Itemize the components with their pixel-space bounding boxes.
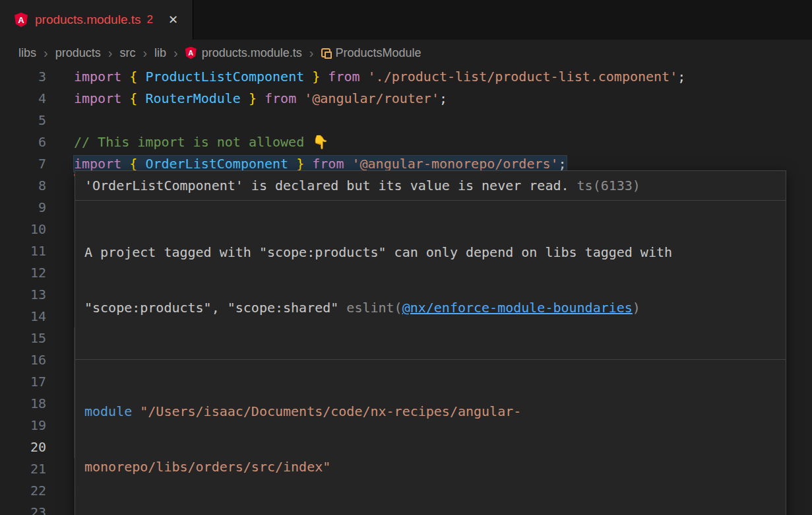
angular-icon: A <box>15 13 28 27</box>
line-number[interactable]: 9 <box>0 197 74 219</box>
code-token: '@angular-monorepo/orders' <box>352 156 559 172</box>
breadcrumb: libs›products›src›lib›Aproducts.module.t… <box>0 40 812 66</box>
line-number[interactable]: 23 <box>0 502 74 515</box>
code-token: } <box>296 156 304 172</box>
code-token: { <box>129 156 137 172</box>
breadcrumb-item-products[interactable]: products <box>55 46 101 60</box>
breadcrumb-label: lib <box>154 46 166 60</box>
diagnostic-eslint-message-line1: A project tagged with "scope:products" c… <box>84 243 776 261</box>
line-number[interactable]: 4 <box>0 88 74 110</box>
code-line-6[interactable]: 6// This import is not allowed 👇 <box>0 131 812 153</box>
code-token: { <box>129 69 137 85</box>
breadcrumb-item-lib[interactable]: lib <box>154 46 166 60</box>
code-token <box>121 69 129 85</box>
line-number[interactable]: 8 <box>0 175 74 197</box>
code-line-4[interactable]: 4import { RouterModule } from '@angular/… <box>0 88 812 110</box>
code-token: import <box>74 69 121 85</box>
eslint-rule-link[interactable]: @nx/enforce-module-boundaries <box>402 300 633 316</box>
code-token: ; <box>677 69 685 85</box>
line-number[interactable]: 15 <box>0 327 74 349</box>
code-token: { <box>129 90 137 106</box>
code-token: } <box>312 69 320 85</box>
line-content: import { ProductListComponent } from './… <box>74 66 812 88</box>
code-token <box>304 69 312 85</box>
code-token <box>296 90 304 106</box>
code-token: ; <box>559 156 567 172</box>
breadcrumb-separator-icon: › <box>142 46 147 59</box>
code-token: OrderListComponent <box>145 156 288 172</box>
code-token <box>137 69 145 85</box>
code-line-3[interactable]: 3import { ProductListComponent } from '.… <box>0 66 812 88</box>
angular-icon-letter: A <box>18 16 24 24</box>
hover-popup: 'OrderListComponent' is declared but its… <box>75 170 786 515</box>
code-token <box>241 90 249 106</box>
code-token <box>304 156 312 172</box>
line-number[interactable]: 21 <box>0 458 74 480</box>
breadcrumb-label: ProductsModule <box>336 46 422 60</box>
hover-diagnostic-eslint: A project tagged with "scope:products" c… <box>75 200 786 359</box>
breadcrumb-label: products <box>55 46 101 60</box>
line-number[interactable]: 5 <box>0 110 74 131</box>
diagnostic-eslint-message-line2: "scope:products", "scope:shared" eslint(… <box>84 298 776 317</box>
vscode-window: A products.module.ts 2 ✕ libs›products›s… <box>0 0 812 515</box>
breadcrumb-separator-icon: › <box>108 46 113 59</box>
code-token: '@angular/router' <box>304 90 439 106</box>
code-token: RouterModule <box>145 90 241 106</box>
code-token <box>344 156 352 172</box>
breadcrumb-label: products.module.ts <box>202 46 302 60</box>
hover-diagnostic-ts: 'OrderListComponent' is declared but its… <box>75 171 786 200</box>
tab-bar: A products.module.ts 2 ✕ <box>0 0 812 40</box>
code-token: // This import is not allowed 👇 <box>74 134 328 150</box>
code-token: './product-list/product-list.component' <box>368 69 678 85</box>
tab-products-module[interactable]: A products.module.ts 2 ✕ <box>0 0 193 40</box>
line-number[interactable]: 13 <box>0 284 74 306</box>
angular-icon-letter: A <box>188 50 193 57</box>
diagnostic-ts-message: 'OrderListComponent' is declared but its… <box>84 178 569 193</box>
class-symbol-icon <box>321 48 330 57</box>
code-token: } <box>249 90 257 106</box>
line-content <box>74 110 812 131</box>
line-number[interactable]: 18 <box>0 393 74 415</box>
code-token: import <box>74 156 121 172</box>
line-number[interactable]: 3 <box>0 66 74 88</box>
code-token <box>137 156 145 172</box>
line-number[interactable]: 17 <box>0 371 74 393</box>
module-info-line2: monorepo/libs/orders/src/index" <box>84 458 776 476</box>
tab-problem-count-badge: 2 <box>147 13 153 26</box>
breadcrumb-item-productsmodule[interactable]: ProductsModule <box>321 46 422 60</box>
breadcrumb-item-libs[interactable]: libs <box>18 46 36 60</box>
breadcrumb-item-src[interactable]: src <box>119 46 135 60</box>
code-line-5[interactable]: 5 <box>0 110 812 131</box>
code-token <box>121 156 129 172</box>
code-token <box>121 90 129 106</box>
line-number[interactable]: 22 <box>0 480 74 502</box>
code-token: ProductListComponent <box>145 69 304 85</box>
breadcrumb-label: src <box>119 46 135 60</box>
eslint-source-prefix: eslint( <box>346 300 402 316</box>
line-number[interactable]: 10 <box>0 219 74 240</box>
line-number[interactable]: 19 <box>0 415 74 436</box>
breadcrumb-item-products-module-ts[interactable]: Aproducts.module.ts <box>185 46 302 60</box>
angular-icon: A <box>185 47 197 59</box>
breadcrumb-separator-icon: › <box>44 46 48 59</box>
diagnostic-eslint-message: "scope:products", "scope:shared" <box>84 300 338 316</box>
line-number[interactable]: 11 <box>0 240 74 262</box>
line-number[interactable]: 14 <box>0 306 74 327</box>
line-number[interactable]: 20 <box>0 436 74 458</box>
line-number[interactable]: 16 <box>0 349 74 371</box>
code-token <box>137 90 145 106</box>
code-token: from <box>328 69 359 85</box>
line-content: import { RouterModule } from '@angular/r… <box>74 88 812 110</box>
tab-close-icon[interactable]: ✕ <box>168 13 178 27</box>
code-token: ; <box>439 90 447 106</box>
line-number[interactable]: 6 <box>0 131 74 153</box>
code-token: from <box>265 90 296 106</box>
code-token: from <box>312 156 344 172</box>
line-content: // This import is not allowed 👇 <box>74 131 812 153</box>
module-path-line2: monorepo/libs/orders/src/index" <box>84 459 330 475</box>
diagnostic-ts-source: ts(6133) <box>577 178 640 193</box>
line-number[interactable]: 7 <box>0 153 74 175</box>
module-path-line1: "/Users/isaac/Documents/code/nx-recipes/… <box>132 403 521 419</box>
line-number[interactable]: 12 <box>0 262 74 284</box>
code-token <box>320 69 328 85</box>
